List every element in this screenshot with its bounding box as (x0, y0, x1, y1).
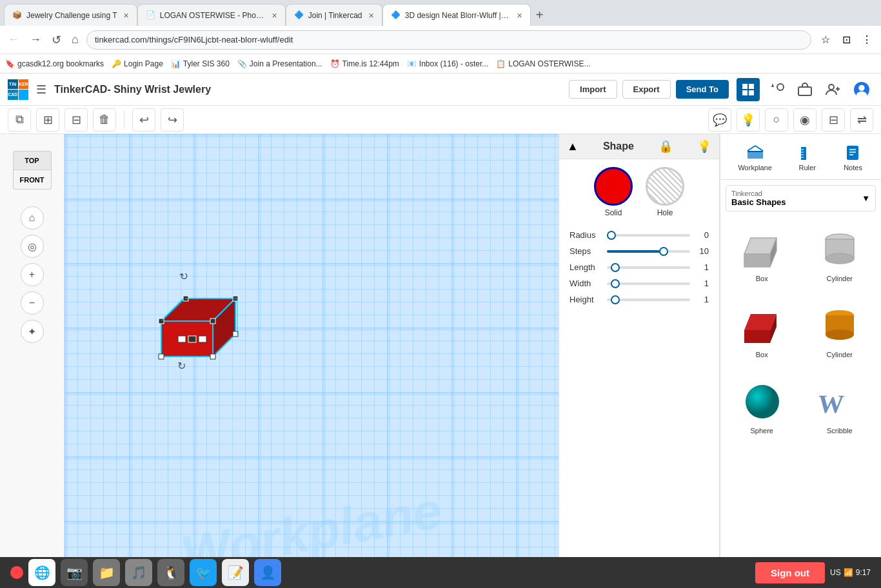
bookmark-2[interactable]: 🔑 Login Page (112, 59, 163, 68)
header-actions: Import Export Send To (569, 80, 729, 99)
delete-button[interactable]: 🗑 (93, 108, 116, 132)
refresh-button[interactable]: ↺ (49, 30, 64, 50)
shape-cylinder-solid[interactable]: Cylinder (804, 293, 876, 364)
bookmark-4[interactable]: 📎 Join a Presentation... (237, 59, 322, 68)
view-cube[interactable]: TOP FRONT (6, 144, 58, 196)
taskbar-penguin[interactable]: 🐧 (157, 559, 184, 586)
tab-3-close[interactable]: × (369, 10, 374, 21)
address-input[interactable] (86, 30, 811, 50)
light-button[interactable]: 💡 (737, 108, 760, 132)
header-user-icons (737, 78, 873, 101)
tab-2-close[interactable]: × (272, 10, 277, 21)
compass-button[interactable]: ✦ (21, 320, 44, 343)
home-button[interactable]: ⌂ (69, 30, 81, 49)
avatar[interactable] (850, 78, 873, 101)
shape-panel-header: ▲ Shape 🔒 💡 (559, 134, 719, 159)
shape-scribble[interactable]: W Scribble (804, 369, 876, 440)
briefcase-button[interactable] (793, 78, 817, 101)
bookmarks-bar: 🔖 gcasdk12.org bookmarks 🔑 Login Page 📊 … (0, 54, 881, 74)
mirror-button[interactable]: ⇌ (850, 108, 873, 132)
height-slider[interactable] (607, 299, 690, 301)
tab-1[interactable]: 📦 Jewelry Challenge using T × (4, 4, 137, 26)
bookmark-7[interactable]: 📋 LOGAN OSTERWISE... (496, 59, 590, 68)
tab-1-close[interactable]: × (124, 10, 129, 21)
bookmark-1[interactable]: 🔖 gcasdk12.org bookmarks (5, 59, 104, 68)
taskbar-twitter[interactable]: 🐦 (190, 559, 217, 586)
width-param: Width 1 (569, 279, 709, 288)
taskbar-left: 🌐 📷 📁 🎵 🐧 🐦 📝 👤 (10, 559, 281, 586)
zoom-in-button[interactable]: + (21, 263, 44, 286)
view-cube-front[interactable]: FRONT (13, 170, 52, 190)
tab-2[interactable]: 📄 LOGAN OSTERWISE - Photo Doc... × (137, 4, 286, 26)
notes-tool[interactable]: Notes (838, 139, 869, 174)
new-tab-button[interactable]: + (531, 8, 549, 23)
width-slider[interactable] (607, 282, 690, 285)
taskbar-files[interactable]: 📁 (93, 559, 120, 586)
lightbulb-icon[interactable]: 💡 (697, 139, 711, 153)
taskbar-info: US 📶 9:17 (830, 568, 871, 577)
collapse-arrow[interactable]: ▲ (567, 140, 579, 153)
library-selector[interactable]: Tinkercad Basic Shapes ▼ (726, 185, 876, 211)
taskbar-google[interactable]: 👤 (254, 559, 281, 586)
bookmark-icon[interactable]: ☆ (817, 31, 835, 49)
orbit-button[interactable]: ◎ (21, 235, 44, 258)
lock-icon[interactable]: 🔒 (658, 139, 673, 153)
left-tools: ⌂ ◎ + − ✦ (15, 201, 49, 348)
shape-sphere[interactable]: Sphere (726, 369, 798, 440)
library-category: Basic Shapes (731, 197, 786, 207)
menu-icon[interactable]: ⋮ (858, 31, 876, 49)
view-cube-top[interactable]: TOP (13, 151, 52, 170)
tool-view-button[interactable] (765, 78, 788, 101)
add-user-button[interactable] (822, 78, 845, 101)
grid-view-button[interactable] (737, 78, 760, 101)
forward-button[interactable]: → (27, 30, 44, 49)
zoom-out-button[interactable]: − (21, 291, 44, 315)
bookmark-6[interactable]: 📧 Inbox (116) - oster... (407, 59, 488, 68)
taskbar-chrome[interactable]: 🌐 (28, 559, 55, 586)
shape-cylinder-wire[interactable]: Cylinder (804, 217, 876, 288)
library-provider: Tinkercad (731, 190, 786, 197)
redo-button[interactable]: ↪ (161, 108, 184, 132)
ungroup-button[interactable]: ⊟ (64, 108, 88, 132)
solid-option[interactable]: Solid (594, 167, 633, 217)
shape-box-solid[interactable]: Box (726, 293, 798, 364)
cast-icon[interactable]: ⊡ (837, 31, 855, 49)
ruler-tool[interactable]: Ruler (792, 139, 823, 174)
shape-filled-button[interactable]: ◉ (793, 108, 817, 132)
align-button[interactable]: ⊟ (822, 108, 845, 132)
taskbar-test[interactable]: 📝 (222, 559, 249, 586)
app-header: TIN KER CAD ☰ TinkerCAD- Shiny Wrist Jew… (0, 74, 881, 106)
canvas-area[interactable]: Workplane ↻ ↻ (64, 134, 559, 588)
import-button[interactable]: Import (569, 80, 617, 99)
workplane-tool[interactable]: Workplane (733, 139, 777, 174)
group-button[interactable]: ⊞ (36, 108, 59, 132)
taskbar-music[interactable]: 🎵 (125, 559, 152, 586)
home-view-button[interactable]: ⌂ (21, 206, 44, 230)
sidebar-tools: Workplane Ruler (720, 134, 881, 180)
send-to-button[interactable]: Send To (676, 80, 729, 99)
hole-option[interactable]: Hole (646, 167, 684, 217)
tab-4[interactable]: 🔷 3D design Neat Blorr-Wluff | Tink... × (382, 4, 531, 26)
shape-box-wire[interactable]: Box (726, 217, 798, 288)
bookmark-3[interactable]: 📊 Tyler SIS 360 (171, 59, 230, 68)
3d-object[interactable]: ↻ ↻ (142, 263, 245, 375)
tab-3[interactable]: 🔷 Join | Tinkercad × (286, 4, 382, 26)
shapes-grid: Box Cylinder (726, 217, 876, 440)
bookmark-5[interactable]: ⏰ Time.is 12:44pm (330, 59, 399, 68)
back-button[interactable]: ← (5, 30, 22, 49)
shape-box-wire-label: Box (756, 275, 768, 282)
tab-4-close[interactable]: × (517, 10, 522, 21)
shape-outline-button[interactable]: ○ (765, 108, 788, 132)
radius-slider[interactable] (607, 234, 690, 237)
length-param: Length 1 (569, 262, 709, 272)
sign-out-button[interactable]: Sign out (755, 562, 825, 583)
export-button[interactable]: Export (622, 80, 671, 99)
taskbar-camera[interactable]: 📷 (61, 559, 88, 586)
length-slider[interactable] (607, 266, 690, 269)
undo-button[interactable]: ↩ (132, 108, 155, 132)
app-menu-icon[interactable]: ☰ (36, 83, 46, 97)
copy-button[interactable]: ⧉ (8, 108, 31, 132)
comment-button[interactable]: 💬 (708, 108, 731, 132)
steps-slider[interactable] (607, 250, 690, 253)
shape-cylinder-wire-thumb (814, 222, 866, 273)
